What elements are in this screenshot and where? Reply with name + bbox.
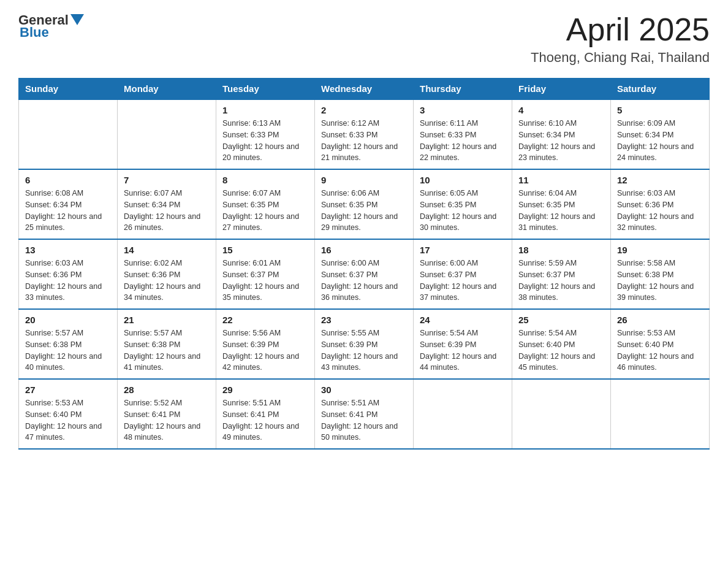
- day-number: 30: [321, 385, 407, 395]
- calendar-week-2: 6Sunrise: 6:08 AMSunset: 6:34 PMDaylight…: [19, 169, 710, 239]
- logo-triangle-icon: [70, 14, 84, 25]
- calendar-cell: 5Sunrise: 6:09 AMSunset: 6:34 PMDaylight…: [611, 99, 710, 169]
- calendar-cell: 8Sunrise: 6:07 AMSunset: 6:35 PMDaylight…: [216, 169, 315, 239]
- calendar-cell: 2Sunrise: 6:12 AMSunset: 6:33 PMDaylight…: [315, 99, 414, 169]
- calendar-cell: [19, 99, 118, 169]
- day-info: Sunrise: 5:51 AMSunset: 6:41 PMDaylight:…: [222, 397, 308, 443]
- calendar-cell: 30Sunrise: 5:51 AMSunset: 6:41 PMDayligh…: [315, 379, 414, 449]
- calendar-cell: 18Sunrise: 5:59 AMSunset: 6:37 PMDayligh…: [512, 239, 611, 309]
- calendar-cell: 25Sunrise: 5:54 AMSunset: 6:40 PMDayligh…: [512, 309, 611, 379]
- day-number: 7: [124, 175, 210, 185]
- day-info: Sunrise: 5:57 AMSunset: 6:38 PMDaylight:…: [25, 327, 111, 373]
- logo-blue-text: Blue: [20, 25, 49, 40]
- calendar-cell: [512, 379, 611, 449]
- calendar-header-sunday: Sunday: [19, 79, 118, 100]
- calendar-table: SundayMondayTuesdayWednesdayThursdayFrid…: [18, 78, 710, 450]
- day-info: Sunrise: 6:07 AMSunset: 6:34 PMDaylight:…: [124, 188, 210, 234]
- title-block: April 2025 Thoeng, Chiang Rai, Thailand: [531, 12, 710, 66]
- subtitle: Thoeng, Chiang Rai, Thailand: [531, 50, 710, 66]
- day-number: 16: [321, 245, 407, 255]
- calendar-week-5: 27Sunrise: 5:53 AMSunset: 6:40 PMDayligh…: [19, 379, 710, 449]
- main-title: April 2025: [531, 12, 710, 47]
- calendar-cell: 26Sunrise: 5:53 AMSunset: 6:40 PMDayligh…: [611, 309, 710, 379]
- logo: General Blue: [18, 12, 84, 40]
- day-number: 4: [518, 105, 604, 115]
- calendar-header-wednesday: Wednesday: [315, 79, 414, 100]
- calendar-cell: 13Sunrise: 6:03 AMSunset: 6:36 PMDayligh…: [19, 239, 118, 309]
- page-header: General Blue April 2025 Thoeng, Chiang R…: [18, 12, 710, 66]
- day-number: 11: [518, 175, 604, 185]
- day-info: Sunrise: 5:55 AMSunset: 6:39 PMDaylight:…: [321, 327, 407, 373]
- calendar-week-1: 1Sunrise: 6:13 AMSunset: 6:33 PMDaylight…: [19, 99, 710, 169]
- calendar-cell: 28Sunrise: 5:52 AMSunset: 6:41 PMDayligh…: [118, 379, 216, 449]
- calendar-cell: 11Sunrise: 6:04 AMSunset: 6:35 PMDayligh…: [512, 169, 611, 239]
- calendar-cell: 12Sunrise: 6:03 AMSunset: 6:36 PMDayligh…: [611, 169, 710, 239]
- day-info: Sunrise: 5:53 AMSunset: 6:40 PMDaylight:…: [25, 397, 111, 443]
- day-number: 13: [25, 245, 111, 255]
- calendar-header-row: SundayMondayTuesdayWednesdayThursdayFrid…: [19, 79, 710, 100]
- calendar-cell: 22Sunrise: 5:56 AMSunset: 6:39 PMDayligh…: [216, 309, 315, 379]
- day-number: 6: [25, 175, 111, 185]
- day-number: 22: [222, 315, 308, 325]
- calendar-header-saturday: Saturday: [611, 79, 710, 100]
- day-info: Sunrise: 6:01 AMSunset: 6:37 PMDaylight:…: [222, 258, 308, 304]
- day-info: Sunrise: 6:11 AMSunset: 6:33 PMDaylight:…: [420, 118, 506, 164]
- calendar-cell: 10Sunrise: 6:05 AMSunset: 6:35 PMDayligh…: [414, 169, 512, 239]
- day-number: 24: [420, 315, 506, 325]
- calendar-cell: 16Sunrise: 6:00 AMSunset: 6:37 PMDayligh…: [315, 239, 414, 309]
- calendar-week-3: 13Sunrise: 6:03 AMSunset: 6:36 PMDayligh…: [19, 239, 710, 309]
- day-info: Sunrise: 6:00 AMSunset: 6:37 PMDaylight:…: [420, 258, 506, 304]
- calendar-cell: 1Sunrise: 6:13 AMSunset: 6:33 PMDaylight…: [216, 99, 315, 169]
- day-info: Sunrise: 5:51 AMSunset: 6:41 PMDaylight:…: [321, 397, 407, 443]
- day-info: Sunrise: 5:58 AMSunset: 6:38 PMDaylight:…: [617, 258, 703, 304]
- calendar-cell: 6Sunrise: 6:08 AMSunset: 6:34 PMDaylight…: [19, 169, 118, 239]
- calendar-cell: 15Sunrise: 6:01 AMSunset: 6:37 PMDayligh…: [216, 239, 315, 309]
- calendar-header-monday: Monday: [118, 79, 216, 100]
- day-number: 17: [420, 245, 506, 255]
- day-number: 2: [321, 105, 407, 115]
- day-info: Sunrise: 5:59 AMSunset: 6:37 PMDaylight:…: [518, 258, 604, 304]
- day-info: Sunrise: 5:54 AMSunset: 6:39 PMDaylight:…: [420, 327, 506, 373]
- day-info: Sunrise: 6:10 AMSunset: 6:34 PMDaylight:…: [518, 118, 604, 164]
- day-number: 19: [617, 245, 703, 255]
- day-info: Sunrise: 6:12 AMSunset: 6:33 PMDaylight:…: [321, 118, 407, 164]
- day-number: 21: [124, 315, 210, 325]
- day-number: 5: [617, 105, 703, 115]
- day-number: 3: [420, 105, 506, 115]
- day-info: Sunrise: 6:00 AMSunset: 6:37 PMDaylight:…: [321, 258, 407, 304]
- day-info: Sunrise: 5:57 AMSunset: 6:38 PMDaylight:…: [124, 327, 210, 373]
- day-info: Sunrise: 6:13 AMSunset: 6:33 PMDaylight:…: [222, 118, 308, 164]
- day-info: Sunrise: 6:08 AMSunset: 6:34 PMDaylight:…: [25, 188, 111, 234]
- calendar-cell: 9Sunrise: 6:06 AMSunset: 6:35 PMDaylight…: [315, 169, 414, 239]
- day-info: Sunrise: 6:04 AMSunset: 6:35 PMDaylight:…: [518, 188, 604, 234]
- day-info: Sunrise: 5:52 AMSunset: 6:41 PMDaylight:…: [124, 397, 210, 443]
- calendar-header-thursday: Thursday: [414, 79, 512, 100]
- day-number: 25: [518, 315, 604, 325]
- calendar-cell: [414, 379, 512, 449]
- day-number: 1: [222, 105, 308, 115]
- day-number: 8: [222, 175, 308, 185]
- calendar-week-4: 20Sunrise: 5:57 AMSunset: 6:38 PMDayligh…: [19, 309, 710, 379]
- day-info: Sunrise: 5:53 AMSunset: 6:40 PMDaylight:…: [617, 327, 703, 373]
- calendar-cell: 14Sunrise: 6:02 AMSunset: 6:36 PMDayligh…: [118, 239, 216, 309]
- day-info: Sunrise: 5:54 AMSunset: 6:40 PMDaylight:…: [518, 327, 604, 373]
- calendar-cell: 21Sunrise: 5:57 AMSunset: 6:38 PMDayligh…: [118, 309, 216, 379]
- calendar-header-friday: Friday: [512, 79, 611, 100]
- day-info: Sunrise: 6:02 AMSunset: 6:36 PMDaylight:…: [124, 258, 210, 304]
- calendar-cell: 17Sunrise: 6:00 AMSunset: 6:37 PMDayligh…: [414, 239, 512, 309]
- day-number: 15: [222, 245, 308, 255]
- calendar-cell: 4Sunrise: 6:10 AMSunset: 6:34 PMDaylight…: [512, 99, 611, 169]
- day-number: 12: [617, 175, 703, 185]
- day-info: Sunrise: 6:03 AMSunset: 6:36 PMDaylight:…: [25, 258, 111, 304]
- calendar-cell: 27Sunrise: 5:53 AMSunset: 6:40 PMDayligh…: [19, 379, 118, 449]
- day-number: 18: [518, 245, 604, 255]
- calendar-cell: 7Sunrise: 6:07 AMSunset: 6:34 PMDaylight…: [118, 169, 216, 239]
- day-number: 29: [222, 385, 308, 395]
- day-info: Sunrise: 6:07 AMSunset: 6:35 PMDaylight:…: [222, 188, 308, 234]
- day-info: Sunrise: 6:05 AMSunset: 6:35 PMDaylight:…: [420, 188, 506, 234]
- calendar-cell: 24Sunrise: 5:54 AMSunset: 6:39 PMDayligh…: [414, 309, 512, 379]
- calendar-cell: 20Sunrise: 5:57 AMSunset: 6:38 PMDayligh…: [19, 309, 118, 379]
- day-number: 28: [124, 385, 210, 395]
- calendar-cell: [611, 379, 710, 449]
- calendar-cell: 29Sunrise: 5:51 AMSunset: 6:41 PMDayligh…: [216, 379, 315, 449]
